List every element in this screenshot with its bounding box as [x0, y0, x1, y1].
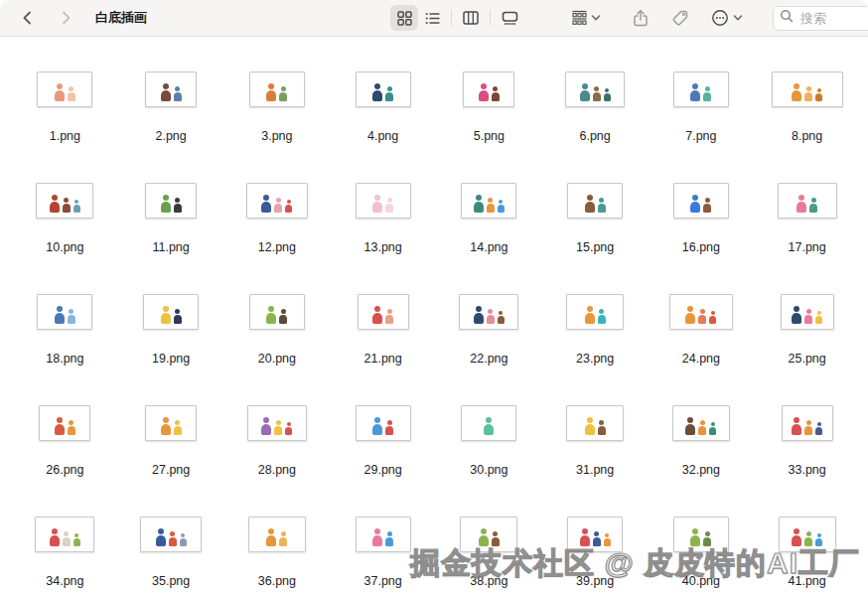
file-name-label[interactable]: 28.png [258, 463, 296, 477]
file-name-label[interactable]: 21.png [364, 352, 402, 366]
file-name-label[interactable]: 2.png [155, 129, 186, 143]
file-item[interactable]: 20.png [224, 294, 331, 405]
file-item[interactable]: 27.png [118, 405, 224, 517]
file-name-label[interactable]: 20.png [258, 352, 296, 366]
file-thumbnail[interactable] [140, 517, 202, 552]
file-name-label[interactable]: 18.png [46, 352, 83, 366]
file-item[interactable]: 35.png [118, 517, 224, 594]
file-name-label[interactable]: 25.png [789, 352, 826, 366]
file-item[interactable]: 10.png [12, 183, 118, 294]
file-thumbnail[interactable] [358, 294, 409, 330]
file-thumbnail[interactable] [143, 294, 199, 330]
file-thumbnail[interactable] [356, 72, 411, 107]
file-name-label[interactable]: 15.png [576, 240, 614, 254]
file-item[interactable]: 17.png [754, 183, 860, 294]
file-name-label[interactable]: 22.png [470, 352, 507, 366]
file-name-label[interactable]: 23.png [576, 352, 614, 366]
file-item[interactable]: 15.png [542, 183, 649, 294]
file-item[interactable]: 40.png [649, 517, 755, 594]
file-thumbnail[interactable] [672, 405, 730, 441]
file-name-label[interactable]: 12.png [258, 240, 296, 254]
file-name-label[interactable]: 33.png [789, 463, 826, 477]
file-item[interactable]: 33.png [754, 405, 860, 517]
file-thumbnail[interactable] [461, 183, 516, 219]
file-name-label[interactable]: 40.png [682, 574, 720, 588]
file-thumbnail[interactable] [356, 517, 411, 552]
file-name-label[interactable]: 19.png [152, 352, 190, 366]
file-thumbnail[interactable] [37, 72, 92, 107]
file-item[interactable]: 26.png [12, 405, 118, 517]
file-thumbnail[interactable] [781, 294, 834, 330]
file-name-label[interactable]: 11.png [152, 240, 189, 254]
file-name-label[interactable]: 27.png [152, 463, 190, 477]
file-thumbnail[interactable] [566, 294, 624, 330]
file-thumbnail[interactable] [461, 405, 516, 441]
file-item[interactable]: 6.png [542, 72, 649, 183]
file-name-label[interactable]: 32.png [682, 463, 720, 477]
file-name-label[interactable]: 37.png [364, 574, 402, 588]
share-button[interactable] [627, 5, 654, 31]
file-item[interactable]: 1.png [12, 72, 118, 183]
file-name-label[interactable]: 8.png [792, 129, 822, 143]
file-item[interactable]: 39.png [542, 517, 649, 594]
file-name-label[interactable]: 10.png [46, 240, 83, 254]
file-item[interactable]: 8.png [754, 72, 860, 183]
file-name-label[interactable]: 4.png [367, 129, 398, 143]
file-thumbnail[interactable] [566, 405, 624, 441]
file-thumbnail[interactable] [356, 183, 411, 219]
file-thumbnail[interactable] [356, 405, 411, 441]
view-columns-button[interactable] [457, 5, 485, 31]
file-name-label[interactable]: 35.png [152, 574, 190, 588]
file-thumbnail[interactable] [778, 183, 837, 219]
tags-button[interactable] [666, 5, 694, 31]
file-thumbnail[interactable] [39, 405, 90, 441]
file-name-label[interactable]: 39.png [576, 574, 614, 588]
file-item[interactable]: 16.png [649, 183, 755, 294]
view-grid-button[interactable] [390, 5, 418, 31]
file-thumbnail[interactable] [247, 405, 307, 441]
file-item[interactable]: 19.png [118, 294, 224, 405]
forward-button[interactable] [52, 5, 79, 31]
file-thumbnail[interactable] [673, 183, 729, 219]
file-thumbnail[interactable] [673, 517, 729, 552]
file-name-label[interactable]: 1.png [50, 129, 80, 143]
search-input[interactable] [798, 10, 868, 27]
file-thumbnail[interactable] [145, 405, 197, 441]
file-thumbnail[interactable] [669, 294, 733, 330]
file-thumbnail[interactable] [145, 72, 197, 107]
file-thumbnail[interactable] [565, 72, 625, 107]
file-thumbnail[interactable] [35, 517, 94, 552]
file-item[interactable]: 3.png [224, 72, 331, 183]
file-name-label[interactable]: 34.png [46, 574, 83, 588]
file-item[interactable]: 32.png [649, 405, 755, 517]
file-item[interactable]: 34.png [12, 517, 118, 594]
view-gallery-button[interactable] [496, 5, 523, 31]
file-name-label[interactable]: 38.png [470, 574, 507, 588]
view-list-button[interactable] [418, 5, 446, 31]
file-item[interactable]: 41.png [754, 517, 860, 594]
file-item[interactable]: 31.png [542, 405, 649, 517]
file-item[interactable]: 5.png [436, 72, 542, 183]
file-thumbnail[interactable] [460, 517, 517, 552]
back-button[interactable] [14, 5, 42, 31]
file-name-label[interactable]: 6.png [579, 129, 610, 143]
file-thumbnail[interactable] [673, 72, 729, 107]
file-name-label[interactable]: 14.png [470, 240, 507, 254]
file-name-label[interactable]: 5.png [474, 129, 505, 143]
file-thumbnail[interactable] [246, 183, 308, 219]
file-item[interactable]: 18.png [12, 294, 118, 405]
file-name-label[interactable]: 13.png [364, 240, 402, 254]
file-item[interactable]: 7.png [649, 72, 755, 183]
file-item[interactable]: 22.png [436, 294, 542, 405]
file-name-label[interactable]: 29.png [364, 463, 402, 477]
file-item[interactable]: 13.png [330, 183, 436, 294]
file-thumbnail[interactable] [779, 517, 836, 552]
file-thumbnail[interactable] [459, 294, 518, 330]
file-thumbnail[interactable] [463, 72, 514, 107]
file-thumbnail[interactable] [36, 183, 93, 219]
file-item[interactable]: 11.png [118, 183, 224, 294]
file-thumbnail[interactable] [772, 72, 843, 107]
file-item[interactable]: 12.png [224, 183, 331, 294]
file-name-label[interactable]: 16.png [682, 240, 720, 254]
file-item[interactable]: 36.png [224, 517, 331, 594]
